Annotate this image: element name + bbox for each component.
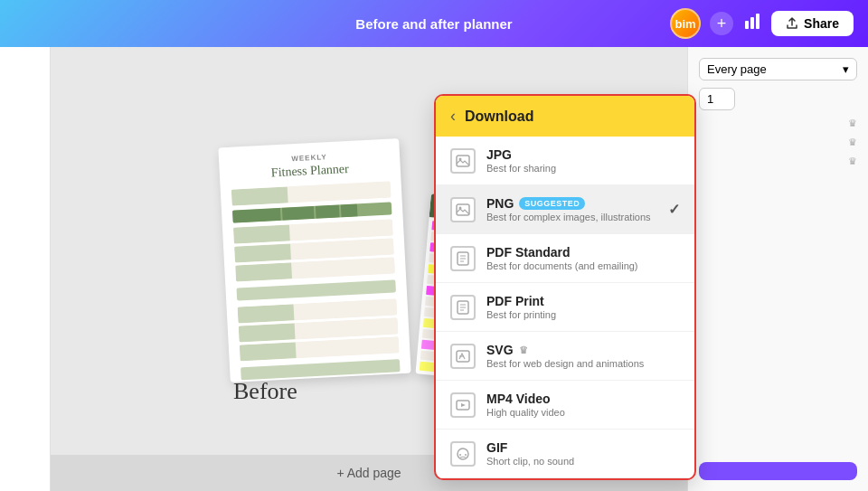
format-item-svg[interactable]: SVG ♛ Best for web design and animations [436, 332, 694, 381]
header-right: bim + Share [670, 8, 854, 39]
format-item-mp4-video[interactable]: MP4 Video High quality video [436, 381, 694, 430]
format-desc: Best for web design and animations [486, 358, 680, 369]
format-info: PNG SUGGESTED Best for complex images, i… [486, 196, 657, 222]
format-info: JPG Best for sharing [486, 147, 680, 174]
add-page-button[interactable]: + Add page [336, 466, 401, 480]
format-info: MP4 Video High quality video [486, 392, 680, 418]
format-name-text: PDF Print [486, 294, 544, 308]
format-name: PDF Print [486, 294, 680, 308]
svg-rect-1 [750, 17, 754, 29]
download-action-button[interactable] [699, 462, 857, 480]
analytics-icon[interactable] [742, 12, 762, 36]
back-button[interactable]: ‹ [450, 107, 456, 126]
planner-card-before: WEEKLY Fitness Planner [218, 137, 410, 382]
format-icon [450, 246, 476, 271]
format-item-jpg[interactable]: JPG Best for sharing [436, 137, 694, 185]
format-icon [450, 197, 476, 222]
crown-icon-2: ♛ [848, 137, 857, 148]
crown-icon-1: ♛ [848, 118, 857, 129]
download-header: ‹ Download [436, 96, 694, 137]
format-dropdown[interactable]: Every page ▾ [699, 58, 857, 80]
svg-point-15 [459, 454, 461, 456]
crown-row-2: ♛ [699, 137, 857, 148]
crown-row-3: ♛ [699, 156, 857, 167]
format-name-text: PNG [486, 196, 514, 211]
format-name-text: JPG [486, 147, 512, 162]
svg-rect-2 [756, 14, 760, 29]
crown-row-1: ♛ [699, 118, 857, 129]
page-count-row [699, 88, 857, 110]
format-name-text: GIF [486, 440, 507, 455]
format-desc: Best for documents (and emailing) [486, 260, 680, 271]
check-mark: ✓ [668, 201, 680, 218]
download-panel-title: Download [465, 109, 533, 125]
svg-point-16 [465, 454, 467, 456]
format-desc: Best for printing [486, 309, 680, 320]
format-item-gif[interactable]: GIF Short clip, no sound [436, 430, 694, 478]
format-icon [450, 148, 476, 174]
format-icon [450, 344, 476, 369]
format-name: PDF Standard [486, 245, 680, 260]
svg-point-14 [458, 449, 468, 459]
format-info: SVG ♛ Best for web design and animations [486, 343, 680, 369]
format-name-text: PDF Standard [486, 245, 571, 260]
header-title: Before and after planner [355, 16, 512, 32]
format-name-text: MP4 Video [486, 392, 551, 406]
main-area: Animate WEEKLY Fitness Planner [0, 47, 868, 491]
format-info: PDF Print Best for printing [486, 294, 680, 320]
header: Before and after planner bim + Share [0, 0, 868, 47]
format-name: JPG [486, 147, 680, 162]
page-count-input[interactable] [699, 88, 735, 110]
before-label: Before [233, 378, 297, 405]
format-desc: Short clip, no sound [486, 456, 680, 467]
format-list: JPG Best for sharing PNG SUGGESTED Best … [436, 137, 694, 478]
format-name: PNG SUGGESTED [486, 196, 657, 211]
format-name-text: SVG [486, 343, 514, 357]
format-name: MP4 Video [486, 392, 680, 406]
format-desc: High quality video [486, 407, 680, 418]
suggested-badge: SUGGESTED [519, 197, 585, 210]
format-item-pdf-print[interactable]: PDF Print Best for printing [436, 283, 694, 332]
format-name: SVG ♛ [486, 343, 680, 357]
format-name: GIF [486, 440, 680, 455]
format-item-png[interactable]: PNG SUGGESTED Best for complex images, i… [436, 185, 694, 234]
avatar[interactable]: bim [670, 8, 701, 39]
chevron-down-icon: ▾ [843, 62, 849, 76]
download-panel[interactable]: ‹ Download JPG Best for sharing PNG SUGG… [434, 94, 696, 480]
format-info: PDF Standard Best for documents (and ema… [486, 245, 680, 271]
share-button[interactable]: Share [771, 11, 854, 36]
format-icon [450, 392, 476, 418]
add-team-button[interactable]: + [710, 12, 733, 35]
svg-rect-0 [745, 21, 749, 29]
format-icon [450, 295, 476, 320]
premium-icon: ♛ [519, 345, 528, 356]
format-desc: Best for sharing [486, 163, 680, 174]
format-desc: Best for complex images, illustrations [486, 212, 657, 222]
format-item-pdf-standard[interactable]: PDF Standard Best for documents (and ema… [436, 234, 694, 283]
format-info: GIF Short clip, no sound [486, 440, 680, 467]
crown-icon-3: ♛ [848, 156, 857, 167]
left-panel [0, 47, 51, 491]
format-icon [450, 441, 476, 467]
right-panel: Every page ▾ ♛ ♛ ♛ [687, 47, 868, 491]
